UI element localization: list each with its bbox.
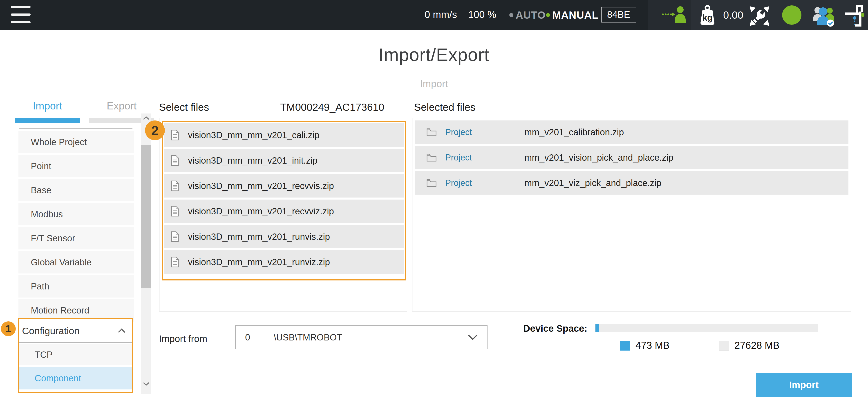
sidebar-item-path[interactable]: Path [19,275,134,298]
file-row[interactable]: vision3D_mm_mm_v201_cali.zip [164,123,404,147]
manual-mode-dot-icon [546,13,550,17]
manual-mode-label: MANUAL [552,9,598,21]
drive-path: \USB\TMROBOT [274,332,342,342]
sidebar-item-point[interactable]: Point [19,155,134,177]
sidebar-scrollbar-thumb[interactable] [141,145,151,288]
configuration-divider [19,342,132,343]
scroll-down-icon[interactable] [143,381,150,386]
speed-percent-readout: 100 % [468,9,496,20]
selected-file-type: Project [445,153,524,163]
file-row[interactable]: vision3D_mm_mm_v201_recvvis.zip [164,174,404,198]
tool-calibration-icon[interactable] [749,5,770,27]
tab-export[interactable]: Export [89,100,154,112]
file-row[interactable]: vision3D_mm_mm_v201_init.zip [164,149,404,172]
sidebar-top-divider [19,128,132,129]
sidebar-item-ft-sensor[interactable]: F/T Sensor [19,227,134,249]
file-icon [170,180,180,191]
folder-icon [426,128,437,136]
import-category-list: Whole Project Point Base Modbus F/T Sens… [19,131,134,323]
source-device-title: TM000249_AC173610 [280,101,384,113]
file-icon [170,257,180,267]
scroll-up-icon[interactable] [143,116,150,120]
speed-readout: 0 mm/s [425,9,457,20]
drive-index: 0 [245,332,250,342]
import-source-dropdown[interactable]: 0 \USB\TMROBOT [235,325,488,349]
sidebar-item-modbus[interactable]: Modbus [19,203,134,225]
selected-file-row[interactable]: Project mm_v201_calibration.zip [415,121,848,144]
file-icon [170,130,180,140]
page-subtitle: Import [0,78,868,90]
auto-mode-indicator: AUTO [509,9,546,21]
file-row[interactable]: vision3D_mm_mm_v201_runviz.zip [164,251,404,274]
sidebar-group-configuration: Configuration TCP Component [18,318,133,393]
selected-file-name: mm_v201_vision_pick_and_place.zip [524,153,674,163]
file-icon [170,206,180,216]
payload-kg-icon[interactable]: kg [698,5,717,26]
robot-arm-icon[interactable] [844,2,864,29]
selected-file-name: mm_v201_calibration.zip [524,127,624,137]
selected-files-panel: Project mm_v201_calibration.zip Project … [412,118,851,311]
auto-mode-dot-icon [509,13,514,17]
connected-users-icon[interactable] [811,4,836,29]
tab-import-underline [15,118,80,123]
file-icon [170,231,180,242]
robot-status-light[interactable] [782,5,801,25]
chevron-down-icon [468,334,477,340]
device-space-label: Device Space: [523,323,587,334]
select-files-heading: Select files [159,101,209,113]
import-from-label: Import from [159,333,207,344]
file-icon [170,155,180,166]
sidebar-item-whole-project[interactable]: Whole Project [19,131,134,153]
free-space-value: 27628 MB [735,340,780,351]
selected-file-row[interactable]: Project mm_v201_viz_pick_and_place.zip [415,171,848,195]
configuration-header[interactable]: Configuration [19,319,132,342]
auto-mode-label: AUTO [516,9,546,21]
device-space-bar [595,324,818,332]
hamburger-menu-icon[interactable] [11,6,31,24]
import-export-screen: 0 mm/s 100 % AUTO MANUAL 84BE kg 0.00 [0,0,868,400]
selected-file-row[interactable]: Project mm_v201_vision_pick_and_place.zi… [415,146,848,169]
sidebar-item-global-variable[interactable]: Global Variable [19,251,134,273]
selected-files-heading: Selected files [414,101,475,113]
folder-icon [426,153,437,162]
selected-file-type: Project [445,127,524,137]
select-files-selection-area: vision3D_mm_mm_v201_cali.zip vision3D_mm… [162,121,406,280]
used-space-swatch [620,341,630,351]
page-title: Import/Export [0,44,868,65]
device-space-used-fill [595,324,599,332]
sidebar-item-base[interactable]: Base [19,179,134,201]
sidebar-item-tcp[interactable]: TCP [19,344,132,365]
selected-file-name: mm_v201_viz_pick_and_place.zip [524,178,661,188]
chevron-up-icon [118,328,126,333]
sidebar-item-component[interactable]: Component [19,367,132,390]
file-row[interactable]: vision3D_mm_mm_v201_runvis.zip [164,225,404,248]
file-row[interactable]: vision3D_mm_mm_v201_recvviz.zip [164,200,404,223]
step-2-annotation-badge: 2 [145,121,165,140]
used-space-value: 473 MB [636,340,670,351]
free-space-swatch [719,341,729,351]
payload-value: 0.00 [723,9,743,21]
step-1-annotation-badge: 1 [1,321,16,336]
user-login-icon[interactable] [661,6,687,25]
robot-id-badge: 84BE [601,7,637,23]
selected-file-type: Project [445,178,524,188]
top-status-bar: 0 mm/s 100 % AUTO MANUAL 84BE kg 0.00 [0,0,868,30]
topbar-status-segment [691,0,868,30]
import-button[interactable]: Import [756,373,852,397]
folder-icon [426,179,437,187]
manual-mode-indicator: MANUAL [546,9,598,21]
tab-import[interactable]: Import [15,100,80,112]
svg-text:kg: kg [703,13,712,23]
